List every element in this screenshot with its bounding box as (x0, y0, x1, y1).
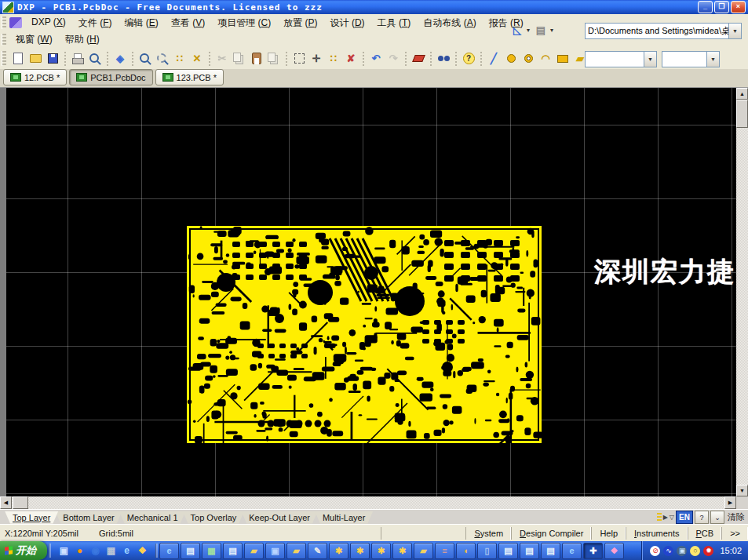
copy-button[interactable] (231, 50, 248, 67)
dropdown-arrow-icon[interactable]: ▾ (527, 27, 530, 34)
address-combo-dropdown-icon[interactable]: ▼ (728, 24, 741, 38)
task-colors[interactable]: ❖ (604, 543, 624, 559)
start-button[interactable]: 开始 (0, 541, 47, 560)
menu-item-X[interactable]: DXP (X) (25, 15, 72, 31)
task-sheet[interactable]: ▦ (202, 543, 221, 559)
task-doc[interactable]: ▤ (498, 543, 518, 559)
doc-tab-123-PCB-[interactable]: 123.PCB * (155, 69, 224, 85)
zoom-fit-document-button[interactable] (154, 50, 171, 67)
toolbar-combo-2-dropdown-icon[interactable]: ▼ (706, 52, 719, 67)
task-window[interactable]: ▣ (265, 543, 285, 559)
scroll-right-icon[interactable]: ▶ (724, 496, 736, 509)
redo-button[interactable]: ↷ (385, 50, 402, 67)
internet-explorer-icon[interactable]: e (120, 544, 133, 558)
print-preview-button[interactable] (86, 50, 104, 67)
pcb-canvas[interactable]: 深圳宏力捷 (6, 88, 736, 496)
language-options-icon[interactable]: ⌄ (710, 511, 724, 524)
toolbar-grip[interactable] (2, 34, 6, 45)
browse-library-button[interactable]: ◈ (111, 50, 129, 67)
scroll-up-icon[interactable]: ▲ (736, 88, 748, 100)
panel-button--[interactable]: >> (721, 527, 748, 539)
menu-item-A[interactable]: 自动布线 (A) (417, 15, 482, 31)
menu-item-H[interactable]: 帮助 (H) (59, 31, 106, 48)
layer-tab-Multi-Layer[interactable]: Multi-Layer (315, 511, 373, 524)
task-pcb-tool[interactable]: ✱ (371, 543, 391, 559)
place-via-button[interactable] (520, 50, 537, 67)
menu-item-V[interactable]: 查看 (V) (165, 15, 211, 31)
task-pcb-tool[interactable]: ✱ (392, 543, 412, 559)
horizontal-scroll-thumb[interactable] (13, 496, 28, 509)
task-books[interactable]: ≡ (435, 543, 454, 559)
panel-button-Design-Compiler[interactable]: Design Compiler (511, 527, 591, 539)
scroll-left-icon[interactable]: ◀ (0, 496, 12, 509)
task-ie[interactable]: e (562, 543, 582, 559)
task-pcb-tool[interactable]: ✱ (329, 543, 348, 559)
task-folder-open[interactable]: ▰ (286, 543, 306, 559)
task-notes[interactable]: ▯ (477, 543, 497, 559)
tray-volume-icon[interactable]: ∿ (663, 546, 673, 556)
media-player-icon[interactable]: ● (73, 544, 86, 558)
tray-alarm-icon[interactable]: ✹ (703, 546, 713, 556)
print-setup-tool-button[interactable]: ▤▾ (532, 21, 556, 38)
panel-button-PCB[interactable]: PCB (688, 527, 722, 539)
menu-item-E[interactable]: 编辑 (E) (119, 15, 165, 31)
vertical-scrollbar[interactable] (736, 88, 748, 496)
task-dxp-active[interactable]: ✚ (583, 543, 603, 559)
doc-tab-PCB1-PcbDoc[interactable]: PCB1.PcbDoc (69, 69, 152, 85)
language-bar-handle[interactable] (657, 513, 662, 522)
new-document-button[interactable] (9, 50, 27, 67)
layer-tab-Top-Layer[interactable]: Top Layer (5, 511, 58, 524)
close-button[interactable]: × (731, 1, 746, 13)
place-pad-button[interactable] (502, 50, 520, 67)
menu-item-T[interactable]: 工具 (T) (371, 15, 418, 31)
task-folder[interactable]: ▰ (244, 543, 264, 559)
zoom-selected-button[interactable]: ∷ (171, 50, 188, 67)
pcb-layout[interactable] (187, 226, 542, 443)
select-area-button[interactable] (290, 50, 308, 67)
menu-item-P[interactable]: 放置 (P) (277, 15, 323, 31)
task-helmet[interactable]: ◖ (456, 543, 476, 559)
filter-icon[interactable]: ▽ (670, 514, 674, 521)
tray-network-icon[interactable]: ▣ (677, 546, 687, 556)
cut-button[interactable]: ✂ (213, 50, 231, 67)
scroll-down-icon[interactable]: ▼ (736, 485, 748, 496)
calculator-icon[interactable]: ▦ (104, 544, 118, 558)
toolbar-combo-1[interactable]: ▼ (585, 51, 657, 67)
layer-tab-Keep-Out-Layer[interactable]: Keep-Out Layer (241, 511, 318, 524)
menu-item-W[interactable]: 视窗 (W) (9, 31, 59, 48)
interactive-routing-button[interactable] (410, 50, 427, 67)
open-document-button[interactable] (27, 50, 44, 67)
layer-tab-Mechanical-1[interactable]: Mechanical 1 (119, 511, 186, 524)
vertical-scroll-thumb[interactable] (736, 100, 748, 128)
layer-tab-Top-Overlay[interactable]: Top Overlay (183, 511, 245, 524)
task-editor[interactable]: ✎ (308, 543, 327, 559)
place-line-button[interactable]: ╱ (485, 50, 502, 67)
zoom-window-button[interactable] (137, 50, 154, 67)
toolbar-combo-2[interactable]: ▼ (662, 51, 720, 67)
messenger-icon[interactable]: ◉ (89, 544, 102, 558)
windows-icon[interactable]: ❖ (136, 544, 149, 558)
move-object-button[interactable]: ✛ (308, 50, 325, 67)
show-desktop-icon[interactable]: ▣ (57, 544, 71, 558)
toolbar-combo-1-dropdown-icon[interactable]: ▼ (644, 52, 656, 67)
help-advisor-button[interactable] (460, 50, 477, 67)
paste-button[interactable] (248, 50, 265, 67)
pcb-wizard-tool-button[interactable]: ◺▾ (509, 21, 532, 38)
doc-tab-12-PCB-[interactable]: 12.PCB * (3, 69, 67, 85)
minimize-button[interactable]: _ (698, 1, 713, 13)
panel-button-System[interactable]: System (465, 527, 511, 539)
tray-bulb-icon[interactable]: ○ (690, 546, 700, 556)
menu-item-C[interactable]: 项目管理 (C) (211, 15, 277, 31)
zoom-filtered-button[interactable]: ✕ (188, 50, 206, 67)
restore-button[interactable]: ❐ (714, 1, 729, 13)
apply-filter-button[interactable]: ∷ (325, 50, 342, 67)
task-ie[interactable]: e (159, 543, 179, 559)
menu-item-F[interactable]: 文件 (F) (72, 15, 119, 31)
language-indicator[interactable]: EN (676, 511, 693, 524)
place-arc-button[interactable]: ◠ (537, 50, 554, 67)
undo-button[interactable]: ↶ (367, 50, 385, 67)
find-similar-objects-button[interactable] (435, 50, 452, 67)
dxp-menu-icon[interactable] (9, 17, 22, 28)
tray-blocked-icon[interactable]: ⊘ (650, 546, 660, 556)
menu-item-D[interactable]: 设计 (D) (324, 15, 371, 31)
